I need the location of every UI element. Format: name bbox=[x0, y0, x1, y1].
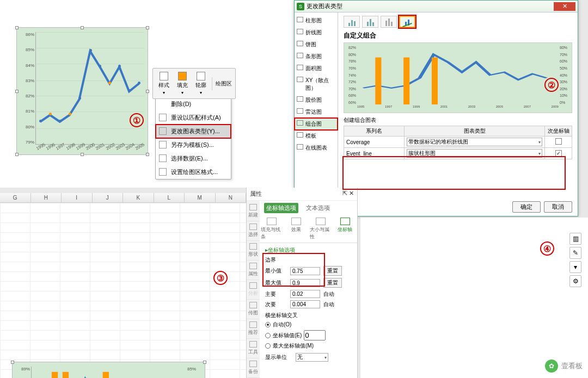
nav-stock[interactable]: 股价图 bbox=[295, 94, 338, 106]
select-icon bbox=[249, 224, 257, 230]
menu-format-plot[interactable]: 设置绘图区格式... bbox=[156, 165, 231, 179]
max-input[interactable] bbox=[290, 279, 320, 287]
pen-icon bbox=[197, 72, 205, 80]
subtab-fill[interactable]: 填充与线条 bbox=[261, 218, 283, 240]
reset-max-button[interactable]: 重置 bbox=[323, 278, 342, 288]
menu-reset-style[interactable]: 重设以匹配样式(A) bbox=[156, 111, 231, 125]
menu-change-chart-type[interactable]: 更改图表类型(Y)... bbox=[156, 125, 231, 138]
menu-save-template[interactable]: 另存为模板(S)... bbox=[156, 138, 231, 152]
nav-column[interactable]: 柱形图 bbox=[295, 15, 338, 27]
series1-secondary-checkbox[interactable] bbox=[555, 138, 562, 145]
nav-template[interactable]: 模板 bbox=[295, 130, 338, 142]
red-annotation-table bbox=[342, 156, 566, 190]
side-tab-prop[interactable]: 属性 bbox=[247, 261, 260, 280]
nav-combo[interactable]: 组合图 bbox=[295, 118, 338, 130]
pin-icon[interactable]: ⇱ bbox=[342, 190, 347, 196]
recommend-icon bbox=[249, 321, 257, 328]
svg-rect-1 bbox=[403, 58, 409, 104]
scatter-icon bbox=[297, 77, 303, 82]
axis-section-header[interactable]: ▸坐标轴选项 bbox=[265, 246, 352, 254]
step-badge-1: ① bbox=[130, 113, 144, 127]
bucket-icon bbox=[178, 72, 187, 80]
tab-text-options[interactable]: 文本选项 bbox=[304, 203, 332, 213]
brush-icon bbox=[160, 72, 168, 80]
combo-thumb-2[interactable] bbox=[362, 16, 378, 28]
nav-pie[interactable]: 饼图 bbox=[295, 39, 338, 51]
nav-area[interactable]: 面积图 bbox=[295, 63, 338, 75]
radio-axis-value[interactable] bbox=[265, 333, 271, 338]
shape-icon bbox=[249, 243, 257, 250]
combo-thumb-1[interactable] bbox=[344, 16, 360, 28]
style-button[interactable]: 样式▾ bbox=[156, 71, 171, 96]
chart-float-toolbar: ▥ ✎ ▾ ⚙ bbox=[569, 233, 581, 287]
column-icon bbox=[297, 17, 303, 22]
menu-delete[interactable]: 删除(D) bbox=[156, 97, 231, 111]
fill-button[interactable]: 填充▾ bbox=[175, 71, 190, 96]
chart-settings-button[interactable]: ⚙ bbox=[569, 275, 581, 287]
radio-max-axis-value[interactable] bbox=[265, 343, 271, 349]
outline-button[interactable]: 轮廓▾ bbox=[193, 71, 209, 96]
side-tab-recommend[interactable]: 推荐 bbox=[247, 319, 260, 339]
wechat-icon: ✿ bbox=[545, 360, 558, 373]
ok-button[interactable]: 确定 bbox=[512, 201, 541, 213]
close-prop-icon[interactable]: ✕ bbox=[349, 190, 354, 196]
cross-label: 横坐标轴交叉 bbox=[265, 312, 352, 319]
side-tab-select[interactable]: 选择 bbox=[247, 221, 260, 241]
backup-icon bbox=[249, 361, 257, 367]
units-dropdown[interactable]: 无 bbox=[296, 353, 328, 362]
chart-type-nav: 柱形图 折线图 饼图 条形图 面积图 XY（散点图） 股价图 雷达图 组合图 模… bbox=[295, 13, 338, 216]
svg-rect-2 bbox=[432, 58, 438, 104]
nav-radar[interactable]: 雷达图 bbox=[295, 106, 338, 118]
combo-thumb-custom[interactable] bbox=[399, 16, 415, 28]
change-chart-type-dialog: S 更改图表类型 ✕ 柱形图 折线图 饼图 条形图 面积图 XY（散点图） 股价… bbox=[294, 0, 578, 216]
online-icon bbox=[297, 144, 303, 150]
major-input[interactable] bbox=[290, 290, 320, 298]
close-icon[interactable]: ✕ bbox=[554, 2, 575, 11]
side-tab-legend[interactable]: 传图 bbox=[247, 300, 260, 319]
chart-style-button[interactable]: ✎ bbox=[569, 247, 581, 259]
mini-toolbar: 样式▾ 填充▾ 轮廓▾ 绘图区 bbox=[152, 68, 236, 99]
subtab-axis[interactable]: 坐标轴 bbox=[334, 218, 356, 240]
side-tab-analyze[interactable]: 分析 bbox=[247, 280, 260, 300]
chart-panel-1[interactable]: 86%85%84%83%82%81%80%79% 199519961997199… bbox=[16, 27, 148, 155]
side-tab-shape[interactable]: 形状 bbox=[247, 241, 260, 261]
minor-input[interactable] bbox=[290, 300, 320, 308]
subtab-size[interactable]: 大小与属性 bbox=[310, 218, 332, 240]
fill-icon bbox=[267, 218, 277, 225]
subtab-effects[interactable]: 效果 bbox=[285, 218, 307, 240]
series2-secondary-checkbox[interactable]: ✓ bbox=[555, 150, 562, 157]
dialog-titlebar[interactable]: S 更改图表类型 ✕ bbox=[295, 1, 578, 13]
format-icon bbox=[159, 168, 167, 176]
chart-panel-3[interactable]: 89%87%85%83%81%79%77%75% 85%84%83%82%81%… bbox=[12, 362, 205, 378]
cancel-button[interactable]: 取消 bbox=[544, 201, 572, 213]
spreadsheet-bg-4 bbox=[360, 218, 588, 378]
combo-thumb-3[interactable] bbox=[381, 16, 397, 28]
chart-filter-button[interactable]: ▾ bbox=[569, 261, 581, 273]
reset-min-button[interactable]: 重置 bbox=[323, 266, 342, 276]
nav-bar[interactable]: 条形图 bbox=[295, 51, 338, 63]
series2-type-dropdown[interactable]: 簇状柱形图 bbox=[407, 149, 542, 158]
tools-icon bbox=[249, 341, 257, 348]
nav-line[interactable]: 折线图 bbox=[295, 27, 338, 39]
chart-elements-button[interactable]: ▥ bbox=[569, 233, 581, 245]
series1-type-dropdown[interactable]: 带数据标记的堆积折线图 bbox=[407, 138, 542, 146]
radio-auto[interactable] bbox=[265, 322, 271, 327]
min-input[interactable] bbox=[290, 267, 320, 275]
tab-axis-options[interactable]: 坐标轴选项 bbox=[264, 203, 298, 213]
side-tab-tools[interactable]: 工具 bbox=[247, 339, 260, 358]
svg-rect-0 bbox=[375, 58, 381, 104]
nav-xy[interactable]: XY（散点图） bbox=[295, 75, 338, 94]
side-tab-backup[interactable]: 备份 bbox=[247, 358, 260, 378]
prop-icon bbox=[249, 263, 257, 269]
prop-title: 属性 bbox=[250, 190, 262, 198]
y-axis-left: 89%87%85%83%81%79%77%75% bbox=[14, 367, 30, 378]
new-icon bbox=[249, 204, 257, 210]
axis-value-input[interactable] bbox=[304, 330, 326, 340]
gear-icon: ⚙ bbox=[573, 277, 579, 285]
step-badge-3: ③ bbox=[213, 271, 228, 285]
side-tab-new[interactable]: 新建 bbox=[247, 202, 260, 221]
menu-select-data[interactable]: 选择数据(E)... bbox=[156, 152, 231, 165]
nav-online[interactable]: 在线图表 bbox=[295, 142, 338, 154]
properties-pane: 属性 ⇱ ✕ 新建 选择 形状 属性 分析 传图 推荐 工具 备份 坐标轴选项 … bbox=[246, 188, 358, 378]
y-axis: 86%85%84%83%82%81%80%79% bbox=[18, 32, 34, 145]
